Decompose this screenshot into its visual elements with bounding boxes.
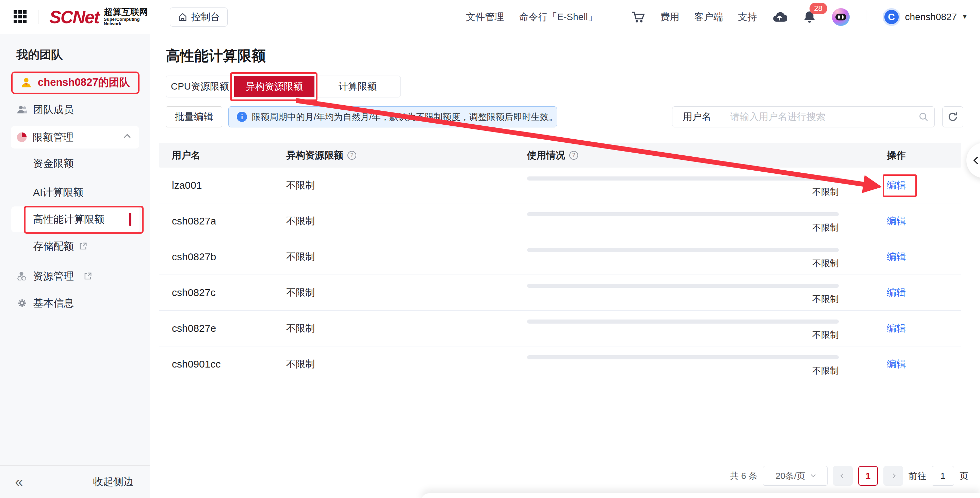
external-link-icon: [83, 271, 93, 281]
console-button[interactable]: 控制台: [170, 8, 228, 27]
sidebar-item-hpc-quota[interactable]: 高性能计算限额: [11, 206, 140, 232]
edit-link[interactable]: 编辑: [887, 359, 906, 369]
chevron-down-icon: [811, 472, 816, 477]
topbar-right: 文件管理 命令行「E-Shell」 费用 客户端 支持 28: [466, 8, 968, 26]
resources-label: 资源管理: [33, 270, 74, 283]
edit-link[interactable]: 编辑: [887, 323, 906, 334]
cell-username: lza001: [159, 179, 286, 191]
col-actions: 操作: [839, 149, 961, 162]
next-page-button[interactable]: [883, 466, 903, 486]
nav-client[interactable]: 客户端: [695, 11, 723, 24]
cell-quota: 不限制: [286, 286, 527, 299]
nav-file-management[interactable]: 文件管理: [466, 11, 504, 24]
usage-value: 不限制: [527, 329, 839, 341]
floating-assistant-bar[interactable]: [421, 493, 980, 498]
goto-label: 前往: [908, 470, 926, 482]
ai-assistant-avatar[interactable]: [832, 8, 850, 26]
logo-subtitle-en2: Network: [104, 21, 148, 26]
chevron-left-icon: [840, 474, 845, 478]
tab-compute-quota[interactable]: 计算限额: [315, 76, 401, 97]
logo-text: SCNet: [49, 7, 99, 27]
ai-quota-label: AI计算限额: [33, 186, 83, 200]
nav-fees[interactable]: 费用: [660, 11, 679, 24]
tab-heterogeneous-quota[interactable]: 异构资源限额: [234, 76, 315, 97]
search-field-label: 用户名: [672, 107, 722, 127]
sidebar-item-fund-quota[interactable]: 资金限额: [11, 153, 140, 174]
sidebar-item-members[interactable]: 团队成员: [11, 99, 139, 121]
table-row: csh0827c 不限制 不限制 编辑: [159, 275, 961, 311]
table-row: csh0901cc 不限制 不限制 编辑: [159, 346, 961, 382]
scnet-logo[interactable]: SCNet 超算互联网 SuperComputing Network: [49, 7, 148, 27]
caret-down-icon: ▼: [962, 13, 968, 21]
table-header: 用户名 异构资源限额 ? 使用情况 ? 操作: [159, 143, 961, 168]
hexagons-icon: [16, 270, 28, 283]
cell-usage: 不限制: [527, 168, 839, 198]
quota-table: 用户名 异构资源限额 ? 使用情况 ? 操作 lza001 不限制 不限制: [159, 143, 961, 382]
sidebar-item-team[interactable]: chensh0827的团队: [11, 72, 140, 93]
team-name: chensh0827的团队: [38, 75, 130, 89]
cloud-upload-icon[interactable]: [772, 10, 787, 24]
gear-icon: [16, 297, 28, 309]
edit-link[interactable]: 编辑: [887, 251, 906, 262]
username-search-group: 用户名: [672, 106, 935, 128]
usage-progress-bar: [527, 355, 839, 359]
chevron-right-icon: [891, 474, 896, 478]
external-link-icon: [78, 241, 88, 251]
fund-quota-label: 资金限额: [33, 157, 74, 171]
usage-progress-bar: [527, 176, 839, 180]
sidebar-item-basic-info[interactable]: 基本信息: [11, 292, 139, 314]
page-size-select[interactable]: 20条/页: [763, 466, 827, 486]
help-icon[interactable]: ?: [569, 151, 578, 160]
cell-quota: 不限制: [286, 322, 527, 335]
cell-username: csh0827c: [159, 287, 286, 298]
nav-eshell[interactable]: 命令行「E-Shell」: [519, 11, 597, 24]
sidebar-item-quota-group[interactable]: 限额管理: [11, 126, 139, 148]
cell-quota: 不限制: [286, 179, 527, 192]
goto-page-input[interactable]: [932, 466, 954, 486]
batch-edit-button[interactable]: 批量编辑: [166, 106, 222, 128]
chevron-left-icon: [974, 157, 980, 164]
people-icon: [16, 104, 28, 116]
user-menu[interactable]: C chensh0827 ▼: [883, 8, 968, 26]
sidebar-item-resources[interactable]: 资源管理: [11, 265, 139, 287]
cell-quota: 不限制: [286, 215, 527, 228]
sidebar-item-ai-quota[interactable]: AI计算限额: [11, 182, 140, 203]
sidebar-item-storage-quota[interactable]: 存储配额: [11, 235, 140, 257]
usage-value: 不限制: [527, 293, 839, 305]
page-title: 高性能计算限额: [166, 46, 266, 65]
table-row: csh0827e 不限制 不限制 编辑: [159, 311, 961, 346]
console-label: 控制台: [191, 11, 220, 24]
prev-page-button[interactable]: [833, 466, 853, 486]
collapse-sidebar-icon[interactable]: «: [15, 475, 23, 489]
edit-link[interactable]: 编辑: [887, 215, 906, 226]
username-search-input[interactable]: [722, 107, 917, 127]
nav-support[interactable]: 支持: [738, 11, 757, 24]
page-unit-label: 页: [959, 470, 969, 482]
help-icon[interactable]: ?: [347, 151, 356, 160]
cart-icon[interactable]: [630, 10, 646, 24]
user-name: chensh0827: [905, 11, 957, 22]
usage-value: 不限制: [527, 186, 839, 198]
cell-usage: 不限制: [527, 203, 839, 234]
members-label: 团队成员: [33, 103, 74, 117]
usage-progress-bar: [527, 248, 839, 252]
topbar-divider: [866, 10, 866, 24]
search-icon[interactable]: [917, 111, 930, 123]
cell-usage: 不限制: [527, 346, 839, 377]
tab-cpu-quota[interactable]: CPU资源限额: [166, 76, 234, 97]
cell-usage: 不限制: [527, 239, 839, 270]
topbar: SCNet 超算互联网 SuperComputing Network 控制台 文…: [0, 0, 980, 34]
notifications-bell-icon[interactable]: 28: [802, 10, 817, 24]
col-quota: 异构资源限额 ?: [286, 149, 527, 162]
info-icon: i: [237, 112, 247, 122]
refresh-button[interactable]: [942, 106, 963, 128]
basic-info-label: 基本信息: [33, 296, 74, 310]
apps-grid-icon[interactable]: [14, 10, 27, 24]
edit-link[interactable]: 编辑: [887, 180, 906, 190]
usage-value: 不限制: [527, 222, 839, 234]
home-icon: [178, 12, 188, 22]
collapse-sidebar-label[interactable]: 收起侧边: [93, 475, 134, 489]
edit-link[interactable]: 编辑: [887, 287, 906, 298]
current-page-button[interactable]: 1: [858, 466, 878, 486]
table-body: lza001 不限制 不限制 编辑 csh0827a 不限制 不限制 编辑: [159, 168, 961, 382]
